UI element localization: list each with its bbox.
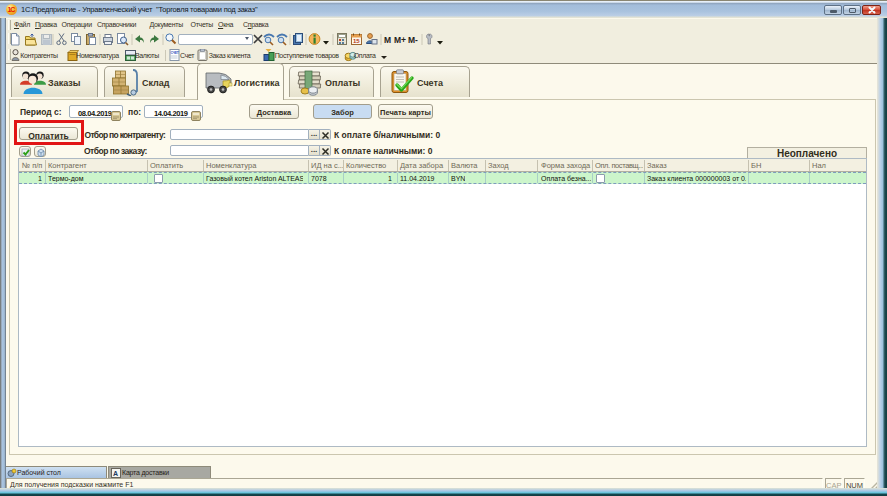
svg-text:M-: M- [408,35,418,45]
svg-text:M+: M+ [394,35,406,45]
svg-text:15: 15 [353,38,360,44]
svg-text:СЧЕТ: СЧЕТ [171,51,180,55]
svg-text:A: A [113,470,118,477]
svg-text:M: M [384,35,391,45]
